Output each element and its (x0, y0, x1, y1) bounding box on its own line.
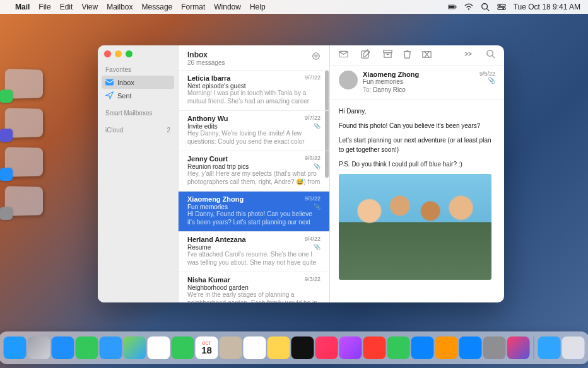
message-preview: Hey, y'all! Here are my selects (that's … (187, 170, 320, 186)
minimize-button[interactable] (115, 50, 122, 57)
svg-line-26 (492, 55, 495, 58)
svg-rect-6 (498, 4, 505, 7)
message-date: 9/5/22 (305, 195, 320, 202)
message-row[interactable]: 9/7/22Anthony Wu📎Invite editsHey Danny, … (179, 111, 329, 151)
message-preview: I've attached Carol's resume. She's the … (187, 251, 320, 267)
dock-safari[interactable] (52, 336, 74, 359)
reader-date: 9/5/22 (479, 71, 495, 77)
sidebar-inbox[interactable]: Inbox (102, 76, 174, 89)
menubar: Mail File Edit View Mailbox Message Form… (0, 0, 588, 14)
dock-messages[interactable] (76, 336, 98, 359)
dock-shortcuts[interactable] (507, 336, 530, 359)
message-row[interactable]: 9/3/22Nisha KumarNeighborhood gardenWe'r… (179, 272, 329, 302)
svg-point-9 (502, 8, 503, 9)
dock-news[interactable] (363, 336, 386, 359)
message-list[interactable]: 9/7/22Leticia IbarraNext episode's guest… (179, 71, 329, 302)
menu-view[interactable]: View (81, 3, 98, 11)
stage-manager-window-system-settings[interactable] (5, 186, 43, 216)
message-subject: Reunion road trip pics (187, 163, 320, 170)
message-from: Jenny Court (187, 155, 320, 163)
message-row[interactable]: 9/6/22Jenny Court📎Reunion road trip pics… (179, 151, 329, 192)
wifi-icon[interactable] (464, 3, 473, 11)
dock-notes[interactable] (268, 336, 290, 359)
dock-system-settings[interactable] (483, 336, 506, 359)
dock-app-store[interactable] (459, 336, 482, 359)
reply-icon[interactable] (339, 49, 348, 61)
menu-file[interactable]: File (38, 3, 50, 11)
search-icon[interactable] (486, 49, 495, 61)
inbox-label: Inbox (117, 79, 134, 86)
trash-icon[interactable] (403, 49, 412, 61)
attachment-icon: 📎 (314, 204, 320, 210)
message-preview: Hi Danny, Found this photo! Can you beli… (187, 210, 320, 226)
reader-paragraph: Let's start planning our next adventure … (339, 135, 495, 154)
mailbox-title: Inbox (187, 50, 225, 59)
filter-icon[interactable] (312, 52, 320, 63)
message-subject: Invite edits (187, 123, 320, 130)
reader-paragraph: Found this photo! Can you believe it's b… (339, 121, 495, 130)
close-button[interactable] (104, 50, 111, 57)
junk-icon[interactable] (422, 49, 432, 61)
attachment-icon: 📎 (314, 123, 320, 129)
app-name[interactable]: Mail (15, 3, 30, 11)
menu-message[interactable]: Message (142, 3, 173, 11)
dock-trash[interactable] (562, 336, 585, 359)
svg-rect-18 (384, 53, 391, 58)
control-center-icon[interactable] (497, 3, 506, 11)
menu-window[interactable]: Window (214, 3, 241, 11)
dock-maps[interactable] (124, 336, 146, 359)
attachment-icon: 📎 (314, 244, 320, 250)
dock-podcasts[interactable] (339, 336, 362, 359)
archive-icon[interactable] (383, 49, 392, 61)
icloud-header[interactable]: iCloud 2 (98, 123, 178, 136)
battery-icon[interactable] (448, 3, 457, 11)
dock-tv[interactable] (291, 336, 314, 359)
dock-finder[interactable] (4, 336, 26, 359)
svg-point-7 (499, 4, 500, 6)
message-row[interactable]: 9/5/22Xiaomeng Zhong📎Fun memoriesHi Dann… (179, 192, 329, 232)
compose-icon[interactable] (361, 49, 370, 61)
menu-format[interactable]: Format (181, 3, 205, 11)
stage-manager-window-messages[interactable] (5, 69, 43, 99)
zoom-button[interactable] (126, 50, 132, 57)
more-icon[interactable] (464, 49, 473, 61)
dock-numbers[interactable] (387, 336, 410, 359)
dock-contacts[interactable] (220, 336, 242, 359)
message-row[interactable]: 9/4/22Herland Antezana📎ResumeI've attach… (179, 232, 329, 272)
svg-rect-10 (105, 79, 114, 86)
reader-subject: Fun memories (363, 78, 419, 85)
svg-point-25 (487, 50, 493, 56)
reader-body: Hi Danny,Found this photo! Can you belie… (330, 100, 504, 302)
email-attachment-photo[interactable] (339, 174, 491, 280)
dock-facetime[interactable] (172, 336, 194, 359)
message-count: 26 messages (187, 59, 225, 66)
dock-photos[interactable] (148, 336, 170, 359)
shortcuts-icon (0, 129, 13, 142)
safari-icon (0, 168, 13, 181)
stage-manager-window-safari[interactable] (5, 147, 43, 177)
dock-launchpad[interactable] (28, 336, 50, 359)
message-date: 9/7/22 (305, 74, 320, 81)
menu-mailbox[interactable]: Mailbox (107, 3, 132, 11)
svg-rect-1 (449, 6, 454, 8)
clock[interactable]: Tue Oct 18 9:41 AM (514, 3, 580, 11)
sent-icon (105, 91, 114, 100)
sidebar-sent[interactable]: Sent (98, 89, 178, 102)
spotlight-icon[interactable] (481, 3, 490, 11)
dock-mail[interactable] (100, 336, 122, 359)
stage-manager-window-shortcuts[interactable] (5, 108, 43, 138)
message-row[interactable]: 9/7/22Leticia IbarraNext episode's guest… (179, 71, 329, 111)
dock-music[interactable] (315, 336, 338, 359)
menu-help[interactable]: Help (250, 3, 266, 11)
favorites-header: Favorites (98, 62, 178, 76)
message-preview: Hey Danny, We're loving the invite! A fe… (187, 130, 320, 146)
dock: OCT18 (0, 331, 588, 364)
dock-pages[interactable] (435, 336, 458, 359)
menu-edit[interactable]: Edit (60, 3, 73, 11)
message-list-pane: Inbox 26 messages 9/7/22Leticia IbarraNe… (179, 45, 330, 302)
attachment-icon: 📎 (314, 163, 320, 170)
dock-downloads[interactable] (538, 336, 561, 359)
dock-keynote[interactable] (411, 336, 434, 359)
dock-reminders[interactable] (244, 336, 266, 359)
dock-calendar[interactable]: OCT18 (196, 336, 218, 359)
